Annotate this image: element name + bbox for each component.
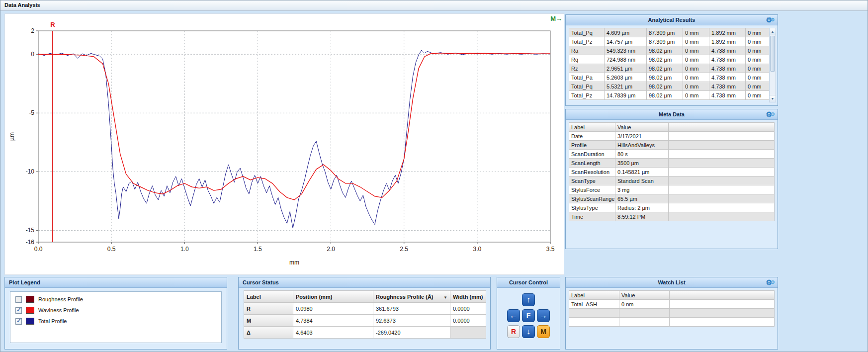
column-header[interactable]: Label bbox=[244, 291, 293, 303]
table-cell bbox=[450, 327, 486, 339]
table-cell: 0 mm bbox=[746, 91, 772, 100]
settings-gear-icon[interactable]: ⚙⚙ bbox=[766, 109, 775, 120]
table-cell: 98.02 µm bbox=[647, 46, 683, 55]
table-row[interactable]: R0.0980361.67930.0000 bbox=[244, 303, 486, 315]
table-cell: 92.6373 bbox=[373, 315, 450, 327]
settings-gear-icon[interactable]: ⚙⚙ bbox=[766, 15, 775, 25]
table-row[interactable]: StylusForce3 mg bbox=[569, 185, 775, 194]
cursor-status-panel: Cursor Status LabelPosition (mm)▼Roughne… bbox=[238, 277, 491, 350]
table-row[interactable]: Total_Pa5.2603 µm98.02 µm0 mm4.738 mm0 m… bbox=[569, 73, 772, 82]
chevron-down-icon[interactable]: ▼ bbox=[443, 294, 447, 300]
table-cell-filler bbox=[669, 141, 775, 150]
table-row[interactable]: M4.738492.63730.0000 bbox=[244, 315, 486, 327]
table-cell: 0.0980 bbox=[293, 303, 373, 315]
table-cell: 0 nm bbox=[619, 300, 670, 309]
table-row[interactable]: ScanResolution0.145821 µm bbox=[569, 168, 775, 176]
table-cell-filler bbox=[670, 300, 775, 309]
cursor-up-button[interactable]: ↑ bbox=[522, 293, 535, 306]
cursor-r-label: R bbox=[50, 21, 55, 28]
table-row[interactable]: ScanLength3500 µm bbox=[569, 159, 775, 168]
cursor-r-button[interactable]: R bbox=[507, 325, 520, 338]
table-cell: ScanDuration bbox=[569, 150, 615, 159]
table-cell: 5.2603 µm bbox=[605, 73, 647, 82]
column-header[interactable]: Label bbox=[569, 123, 615, 132]
table-row[interactable]: Rz2.9651 µm98.02 µm0 mm4.738 mm0 mm555 bbox=[569, 64, 772, 73]
x-tick-label: 1.5 bbox=[254, 246, 262, 253]
table-cell-filler bbox=[669, 150, 775, 159]
legend-item: Total Profile bbox=[10, 314, 221, 325]
table-row[interactable]: Date3/17/2021 bbox=[569, 132, 775, 141]
table-cell-filler bbox=[669, 212, 775, 221]
table-row[interactable]: Total_Pz14.7839 µm98.02 µm0 mm4.738 mm0 … bbox=[569, 91, 772, 100]
legend-checkbox[interactable] bbox=[15, 318, 22, 325]
legend-color-swatch bbox=[26, 318, 34, 325]
table-cell: Time bbox=[569, 212, 615, 221]
table-cell: Total_Pa bbox=[569, 73, 605, 82]
column-header[interactable]: ▼Roughness Profile (Å) bbox=[373, 291, 450, 303]
cursor-down-button[interactable]: ↓ bbox=[522, 325, 535, 338]
x-tick-label: 2.5 bbox=[400, 246, 408, 253]
table-row[interactable]: ProfileHillsAndValleys bbox=[569, 141, 775, 150]
x-axis-label: mm bbox=[289, 259, 299, 266]
gear-icon: ⚙ bbox=[771, 279, 775, 285]
meta-data-table[interactable]: LabelValueDate3/17/2021ProfileHillsAndVa… bbox=[569, 122, 775, 221]
scroll-down-button[interactable]: ▼ bbox=[770, 95, 776, 102]
legend-checkbox[interactable] bbox=[15, 307, 22, 314]
cursor-right-button[interactable]: → bbox=[537, 309, 550, 322]
table-cell: 80 s bbox=[615, 150, 669, 159]
table-row[interactable]: Total_Pz14.757 µm87.309 µm0 mm1.892 mm0 … bbox=[569, 37, 772, 46]
column-header[interactable]: Width (mm) bbox=[450, 291, 486, 303]
x-tick-label: 2.0 bbox=[327, 246, 335, 253]
cursor-fine-button[interactable]: F bbox=[522, 309, 535, 322]
table-row[interactable]: Total_Pq5.5321 µm98.02 µm0 mm4.738 mm0 m… bbox=[569, 82, 772, 91]
analytical-results-title: Analytical Results bbox=[648, 17, 695, 23]
table-row[interactable]: StylusTypeRadius: 2 µm bbox=[569, 203, 775, 212]
scroll-up-button[interactable]: ▲ bbox=[770, 28, 776, 35]
column-header[interactable]: Value bbox=[619, 291, 670, 300]
table-cell: 0 mm bbox=[746, 64, 772, 73]
table-row[interactable]: ScanTypeStandard Scan bbox=[569, 176, 775, 185]
table-row[interactable]: Time8:59:12 PM bbox=[569, 212, 775, 221]
cursor-m-offscreen-indicator: M→ bbox=[550, 15, 562, 22]
plot-border bbox=[38, 31, 550, 242]
cursor-control-panel: Cursor Control ↑ ← F → R ↓ M bbox=[497, 277, 560, 350]
analytical-results-table[interactable]: Total_Pq4.609 µm87.309 µm0 mm1.892 mm0 m… bbox=[569, 28, 772, 100]
table-cell: 0 mm bbox=[683, 37, 709, 46]
cursor-left-button[interactable]: ← bbox=[507, 309, 520, 322]
legend-checkbox[interactable] bbox=[15, 296, 22, 303]
table-row[interactable]: Total_ASH0 nm bbox=[569, 300, 775, 309]
y-tick-label: 2 bbox=[31, 27, 34, 34]
y-tick-label: -10 bbox=[26, 168, 35, 175]
profile-chart-panel: 0.00.51.01.52.02.53.03.520-5-10-15-16mmµ… bbox=[4, 13, 564, 275]
column-header-filler bbox=[670, 291, 775, 300]
table-row[interactable]: Total_Pq4.609 µm87.309 µm0 mm1.892 mm0 m… bbox=[569, 28, 772, 37]
table-row[interactable]: Rq724.988 nm98.02 µm0 mm4.738 mm0 mm555 bbox=[569, 55, 772, 64]
table-row[interactable]: ScanDuration80 s bbox=[569, 150, 775, 159]
table-cell: Rz bbox=[569, 64, 605, 73]
settings-gear-icon[interactable]: ⚙⚙ bbox=[766, 277, 775, 288]
table-cell: Total_Pz bbox=[569, 37, 605, 46]
cursor-m-button[interactable]: M bbox=[537, 325, 550, 338]
analytical-results-scrollbar[interactable]: ▲ ▼ bbox=[769, 28, 776, 102]
cursor-status-table[interactable]: LabelPosition (mm)▼Roughness Profile (Å)… bbox=[244, 290, 486, 339]
table-row[interactable]: StylusScanRange65.5 µm bbox=[569, 194, 775, 203]
table-cell: 8:59:12 PM bbox=[615, 212, 669, 221]
table-header-row: LabelValue bbox=[569, 291, 775, 300]
table-cell: Standard Scan bbox=[615, 176, 669, 185]
table-row[interactable]: Ra549.323 nm98.02 µm0 mm4.738 mm0 mm555 bbox=[569, 46, 772, 55]
column-header[interactable]: Label bbox=[569, 291, 619, 300]
scroll-thumb[interactable] bbox=[770, 36, 775, 72]
column-header[interactable]: Position (mm) bbox=[293, 291, 373, 303]
table-cell: ScanLength bbox=[569, 159, 615, 168]
legend-label: Roughness Profile bbox=[38, 296, 83, 302]
column-header[interactable]: Value bbox=[615, 123, 669, 132]
cursor-status-title: Cursor Status bbox=[243, 279, 279, 285]
table-row[interactable]: Δ4.6403-269.0420 bbox=[244, 327, 486, 339]
profile-chart[interactable]: 0.00.51.01.52.02.53.03.520-5-10-15-16mmµ… bbox=[5, 14, 564, 274]
table-cell-filler bbox=[669, 132, 775, 141]
table-cell bbox=[569, 309, 619, 318]
watch-list-table[interactable]: LabelValueTotal_ASH0 nm bbox=[569, 290, 775, 327]
meta-data-panel: Meta Data ⚙⚙ LabelValueDate3/17/2021Prof… bbox=[565, 109, 778, 249]
plot-legend-title: Plot Legend bbox=[9, 279, 40, 285]
table-cell: 0 mm bbox=[683, 91, 709, 100]
